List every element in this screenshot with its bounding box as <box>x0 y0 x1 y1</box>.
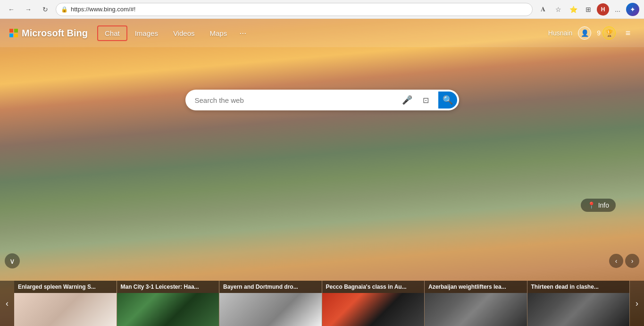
search-icon: 🔍 <box>443 95 453 105</box>
trophy-icon: 🏆 <box>602 26 616 40</box>
user-person-icon: 👤 <box>581 29 589 37</box>
chevron-down-icon: ∨ <box>9 257 15 266</box>
lock-icon: 🔒 <box>61 6 68 13</box>
back-button[interactable]: ← <box>5 3 18 16</box>
ms-logo-yellow <box>14 33 18 37</box>
search-input[interactable] <box>195 96 399 104</box>
nav-maps[interactable]: Maps <box>202 25 234 41</box>
news-item[interactable]: Enlarged spleen Warning S... <box>14 281 117 326</box>
news-thumbnail-image <box>425 293 527 326</box>
news-thumbnail-image <box>219 293 322 326</box>
news-thumbnail-image <box>14 293 117 326</box>
news-item[interactable]: Azerbaijan weightlifters lea... <box>425 281 527 326</box>
prev-image-button[interactable]: ‹ <box>609 254 623 268</box>
search-icon-group: 🎤 ⊡ 🔍 <box>399 92 455 109</box>
bing-page: Microsoft Bing Chat Images Videos Maps ·… <box>0 19 644 326</box>
next-icon: › <box>631 257 634 265</box>
nav-chat[interactable]: Chat <box>97 25 127 41</box>
image-nav-buttons: ‹ › <box>609 254 639 268</box>
scroll-down-button[interactable]: ∨ <box>5 253 20 268</box>
profile-avatar[interactable]: H <box>597 3 609 16</box>
news-thumbnail <box>425 293 527 326</box>
search-bar: 🎤 ⊡ 🔍 <box>185 90 459 110</box>
news-thumbnail-image <box>527 293 630 326</box>
user-icon[interactable]: 👤 <box>578 26 591 40</box>
camera-button[interactable]: ⊡ <box>418 92 435 109</box>
favorites-star-button[interactable]: ⭐ <box>567 3 580 16</box>
points-badge[interactable]: 9 🏆 <box>597 26 616 40</box>
news-next-icon: › <box>636 299 638 309</box>
ms-logo-red <box>9 29 13 33</box>
mic-button[interactable]: 🎤 <box>399 92 416 109</box>
news-item[interactable]: Man City 3-1 Leicester: Haa... <box>117 281 220 326</box>
news-item[interactable]: Thirteen dead in clashe... <box>527 281 630 326</box>
news-thumbnail <box>322 293 425 326</box>
news-thumbnail <box>527 293 630 326</box>
read-aloud-button[interactable]: 𝐀 <box>536 3 550 16</box>
mic-icon: 🎤 <box>402 95 412 105</box>
forward-button[interactable]: → <box>22 3 35 16</box>
copilot-button[interactable]: ✦ <box>626 3 639 16</box>
nav-links: Chat Images Videos Maps ··· <box>97 25 251 42</box>
news-strip: ‹ Enlarged spleen Warning S...Man City 3… <box>0 281 644 326</box>
bing-title: Microsoft Bing <box>22 28 88 39</box>
user-name-label: Husnain <box>548 29 572 37</box>
news-title: Man City 3-1 Leicester: Haa... <box>117 281 219 293</box>
nav-videos[interactable]: Videos <box>166 25 202 41</box>
hero-background <box>0 19 644 326</box>
news-prev-icon: ‹ <box>6 299 8 309</box>
news-thumbnail <box>14 293 117 326</box>
news-thumbnail <box>219 293 322 326</box>
bing-nav: Microsoft Bing Chat Images Videos Maps ·… <box>0 19 644 47</box>
news-item[interactable]: Bayern and Dortmund dro... <box>219 281 322 326</box>
more-button[interactable]: ... <box>611 3 624 16</box>
news-item[interactable]: Pecco Bagnaia's class in Au... <box>322 281 425 326</box>
browser-actions: 𝐀 ☆ ⭐ ⊞ H ... ✦ <box>536 3 639 16</box>
search-container: 🎤 ⊡ 🔍 <box>0 90 644 110</box>
news-title: Enlarged spleen Warning S... <box>14 281 117 293</box>
camera-icon: ⊡ <box>423 96 429 105</box>
prev-icon: ‹ <box>615 257 618 265</box>
news-prev-button[interactable]: ‹ <box>0 281 14 326</box>
bing-logo[interactable]: Microsoft Bing <box>9 28 88 39</box>
ms-logo-blue <box>9 33 13 37</box>
hamburger-icon: ≡ <box>626 28 631 38</box>
bottom-info-row: ∨ 📍 Info ‹ › <box>0 253 644 268</box>
nav-images[interactable]: Images <box>127 25 166 41</box>
news-title: Thirteen dead in clashe... <box>527 281 630 293</box>
next-image-button[interactable]: › <box>625 254 639 268</box>
location-icon: 📍 <box>587 201 595 209</box>
info-button[interactable]: 📍 Info <box>581 199 616 212</box>
news-thumbnail <box>117 293 219 326</box>
nav-right: Husnain 👤 9 🏆 ≡ <box>548 26 635 40</box>
news-title: Bayern and Dortmund dro... <box>219 281 322 293</box>
points-count: 9 <box>597 29 601 37</box>
news-title: Azerbaijan weightlifters lea... <box>425 281 527 293</box>
collections-button[interactable]: ⊞ <box>582 3 595 16</box>
nav-more-dots[interactable]: ··· <box>234 25 251 42</box>
hamburger-menu[interactable]: ≡ <box>621 26 635 40</box>
search-button[interactable]: 🔍 <box>438 92 457 109</box>
refresh-button[interactable]: ↻ <box>39 3 52 16</box>
ms-logo-green <box>14 29 18 33</box>
news-thumbnail-image <box>117 293 219 326</box>
profile-letter: H <box>601 6 605 13</box>
info-label: Info <box>598 201 609 209</box>
news-items: Enlarged spleen Warning S...Man City 3-1… <box>14 281 630 326</box>
address-bar[interactable]: 🔒 https://www.bing.com/#! <box>56 3 533 16</box>
favorites-button[interactable]: ☆ <box>552 3 565 16</box>
microsoft-logo <box>9 29 18 37</box>
url-text: https://www.bing.com/#! <box>71 6 135 13</box>
news-title: Pecco Bagnaia's class in Au... <box>322 281 425 293</box>
browser-chrome: ← → ↻ 🔒 https://www.bing.com/#! 𝐀 ☆ ⭐ ⊞ … <box>0 0 644 19</box>
news-next-button[interactable]: › <box>630 281 644 326</box>
news-thumbnail-image <box>322 293 425 326</box>
